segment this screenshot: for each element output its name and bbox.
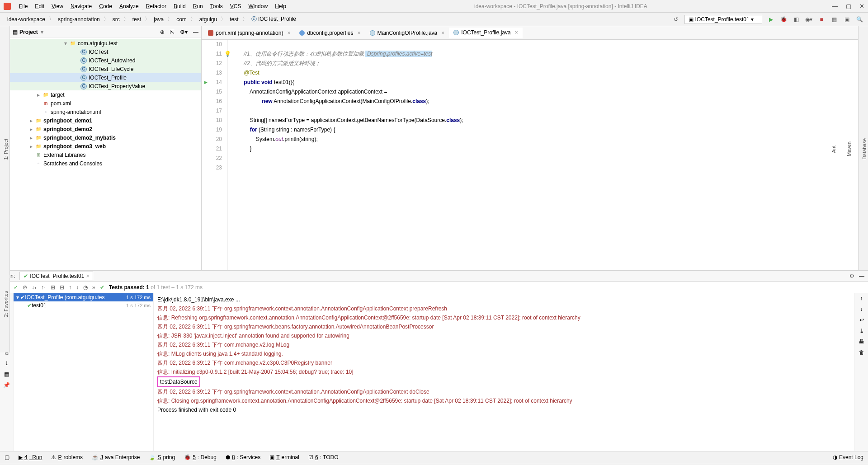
menu-navigate[interactable]: Navigate xyxy=(67,2,95,10)
tree-item[interactable]: ▫spring-annotation.iml xyxy=(10,108,201,116)
tree-item[interactable]: ▸📁springboot_demo3_web xyxy=(10,142,201,150)
print-icon[interactable]: 🖶 xyxy=(859,338,864,345)
tree-item[interactable]: ▸📁springboot_demo2_mybatis xyxy=(10,133,201,142)
more-icon[interactable]: » xyxy=(92,284,95,291)
close-tab-icon[interactable]: × xyxy=(515,29,518,36)
test-item[interactable]: ✔ test01 1 s 172 ms xyxy=(14,301,153,310)
tree-item[interactable]: CIOCTest xyxy=(10,47,201,56)
project-tree[interactable]: ▾📁com.atguigu.testCIOCTestCIOCTest_Autow… xyxy=(10,38,201,270)
bottom-item[interactable]: ⚠ Problems xyxy=(51,454,83,460)
tree-item[interactable]: CIOCTest_Profile xyxy=(10,73,201,82)
breadcrumb-item[interactable]: idea-workspace xyxy=(5,15,48,23)
tool-maven[interactable]: Maven xyxy=(845,140,853,158)
run-hide-icon[interactable]: — xyxy=(859,273,864,279)
scroll-up-icon[interactable]: ↑ xyxy=(860,295,863,301)
tree-item[interactable]: ⊞External Libraries xyxy=(10,150,201,159)
close-tab-icon[interactable]: × xyxy=(441,30,444,36)
close-tab-icon[interactable]: × xyxy=(287,30,290,36)
coverage-button[interactable]: ◧ xyxy=(792,15,800,23)
tool-database[interactable]: Database xyxy=(861,136,868,161)
soft-wrap-icon[interactable]: ↩ xyxy=(859,317,864,323)
minimize-button[interactable]: — xyxy=(832,3,838,9)
menu-view[interactable]: View xyxy=(48,2,67,10)
tree-item[interactable]: CIOCTest_PropertyValue xyxy=(10,82,201,90)
bottom-item[interactable]: 🐞 5: Debug xyxy=(184,454,217,460)
bottom-item[interactable]: ▶ 4: Run xyxy=(19,454,42,460)
bottom-item[interactable]: ▣ Terminal xyxy=(269,454,299,460)
ide-settings-icon[interactable]: ▣ xyxy=(843,15,851,23)
tree-item[interactable]: ▫Scratches and Consoles xyxy=(10,159,201,168)
export-icon[interactable]: ⤓ xyxy=(5,360,9,366)
menu-vcs[interactable]: VCS xyxy=(226,2,245,10)
run-settings-icon[interactable]: ⚙ xyxy=(849,273,854,279)
scroll-to-end-icon[interactable]: ⤓ xyxy=(859,328,864,334)
breadcrumb-item[interactable]: ⓒ IOCTest_Profile xyxy=(249,14,299,24)
up-icon[interactable]: ↑ xyxy=(69,284,71,291)
menu-edit[interactable]: Edit xyxy=(31,2,48,10)
bottom-item[interactable]: ⬢ 8: Services xyxy=(226,454,260,460)
menu-code[interactable]: Code xyxy=(95,2,116,10)
collapse-all-icon[interactable]: ⊟ xyxy=(60,284,64,291)
clock-icon[interactable]: ◔ xyxy=(83,284,88,291)
test-root[interactable]: ▾ ✔ IOCTest_Profile (com.atguigu.tes 1 s… xyxy=(14,293,153,301)
project-dropdown-icon[interactable]: ▾ xyxy=(41,29,43,35)
hide-icon[interactable]: — xyxy=(193,29,198,35)
breadcrumb-item[interactable]: src xyxy=(110,15,123,23)
gear-icon[interactable]: ⚙▾ xyxy=(180,29,188,35)
tree-item[interactable]: ▸📁springboot_demo2 xyxy=(10,125,201,133)
show-passed-icon[interactable]: ✓ xyxy=(14,284,18,291)
editor-tab[interactable]: MainConfigOfProfile.java× xyxy=(365,28,449,38)
editor-tab[interactable]: IOCTest_Profile.java× xyxy=(449,28,522,38)
layout-icon[interactable]: ▦ xyxy=(4,371,9,377)
tool-ant[interactable]: Ant xyxy=(830,144,837,155)
stop-button[interactable]: ■ xyxy=(817,15,826,23)
tool-project[interactable]: 1: Project xyxy=(2,137,9,161)
debug-button[interactable]: 🐞 xyxy=(779,15,788,23)
bottom-item[interactable]: ☑ 6: TODO xyxy=(308,454,339,460)
search-icon[interactable]: 🔍 xyxy=(855,15,863,23)
breadcrumb-item[interactable]: java xyxy=(151,15,166,23)
scroll-down-icon[interactable]: ↓ xyxy=(860,306,863,312)
expand-icon[interactable]: ⊞ xyxy=(51,284,55,291)
tree-item[interactable]: ▸📁target xyxy=(10,90,201,99)
console-output[interactable]: E:\jdk\jdk1.8.0_191\bin\java.exe ...四月 0… xyxy=(154,293,854,451)
breadcrumb-item[interactable]: atguigu xyxy=(197,15,220,23)
pin-icon[interactable]: 📌 xyxy=(3,382,10,388)
close-tab-icon[interactable]: × xyxy=(86,273,89,279)
profiler-button[interactable]: ◉▾ xyxy=(805,15,813,23)
editor-tab[interactable]: dbconfig.properties× xyxy=(295,28,365,38)
breadcrumb-item[interactable]: spring-annotation xyxy=(55,15,103,23)
menu-run[interactable]: Run xyxy=(189,2,207,10)
project-structure-icon[interactable]: ▦ xyxy=(830,15,838,23)
menu-analyze[interactable]: Analyze xyxy=(116,2,142,10)
run-config-selector[interactable]: ▣ IOCTest_Profile.test01 ▾ xyxy=(684,15,762,24)
show-ignored-icon[interactable]: ⊘ xyxy=(23,284,27,291)
event-log[interactable]: ◑ Event Log xyxy=(833,454,863,460)
tree-item[interactable]: CIOCTest_Autowired xyxy=(10,56,201,65)
breadcrumb-item[interactable]: test xyxy=(227,15,241,23)
bottom-toggle-icon[interactable]: ▢ xyxy=(5,454,9,460)
run-tab[interactable]: ✔ IOCTest_Profile.test01 × xyxy=(19,272,93,280)
run-button[interactable]: ▶ xyxy=(767,15,775,23)
menu-file[interactable]: File xyxy=(15,2,31,10)
menu-build[interactable]: Build xyxy=(170,2,189,10)
menu-refactor[interactable]: Refactor xyxy=(142,2,170,10)
close-tab-icon[interactable]: × xyxy=(358,30,361,36)
tree-item[interactable]: mpom.xml xyxy=(10,99,201,108)
tree-item[interactable]: ▾📁com.atguigu.test xyxy=(10,39,201,47)
sort-down-icon[interactable]: ↓₁ xyxy=(32,284,37,291)
close-button[interactable]: ✕ xyxy=(859,3,864,9)
clear-icon[interactable]: 🗑 xyxy=(859,349,864,356)
menu-help[interactable]: Help xyxy=(271,2,290,10)
tree-item[interactable]: ▸📁springboot_demo1 xyxy=(10,116,201,125)
menu-window[interactable]: Window xyxy=(245,2,271,10)
maximize-button[interactable]: ▢ xyxy=(846,3,851,9)
bottom-item[interactable]: ☕ Java Enterprise xyxy=(92,454,140,460)
menu-tools[interactable]: Tools xyxy=(207,2,226,10)
recompile-icon[interactable]: ↺ xyxy=(672,15,680,23)
bottom-item[interactable]: 🍃 Spring xyxy=(149,454,175,460)
sort-up-icon[interactable]: ↑₁ xyxy=(41,284,46,291)
project-select-icon[interactable]: ▤ xyxy=(13,29,18,35)
tool-favorites[interactable]: 2: Favorites xyxy=(2,289,9,319)
breadcrumb-item[interactable]: com xyxy=(174,15,189,23)
